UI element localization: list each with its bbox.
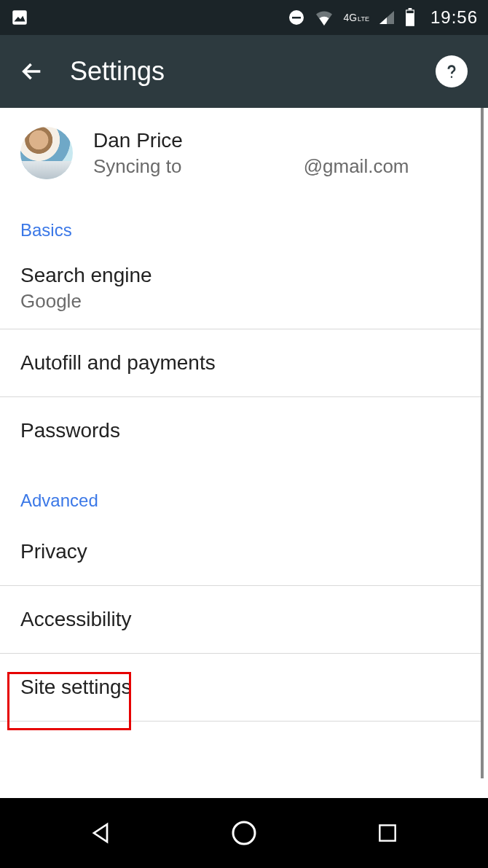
item-title: Search engine xyxy=(20,264,460,287)
nav-back-button[interactable] xyxy=(79,811,122,855)
item-title: Autofill and payments xyxy=(20,351,460,375)
dnd-icon xyxy=(288,9,305,26)
item-title: Site settings xyxy=(20,676,460,699)
page-title: Settings xyxy=(70,56,436,87)
account-row[interactable]: Dan Price Syncing to @gmail.com xyxy=(0,108,481,194)
avatar xyxy=(20,127,73,179)
android-nav-bar xyxy=(0,798,488,868)
item-site-settings[interactable]: Site settings xyxy=(0,654,481,721)
status-clock: 19:56 xyxy=(430,7,478,28)
section-header-advanced: Advanced xyxy=(0,464,481,518)
item-passwords[interactable]: Passwords xyxy=(0,397,481,464)
svg-rect-5 xyxy=(406,11,413,14)
app-bar: Settings xyxy=(0,35,488,108)
item-title: Privacy xyxy=(20,540,460,563)
svg-rect-0 xyxy=(12,10,27,25)
android-status-bar: 4GLTE 19:56 xyxy=(0,0,488,35)
back-button[interactable] xyxy=(15,54,50,89)
battery-icon xyxy=(404,8,416,27)
account-sync-status: Syncing to @gmail.com xyxy=(93,155,409,178)
nav-recent-button[interactable] xyxy=(366,811,409,855)
settings-list[interactable]: Dan Price Syncing to @gmail.com Basics S… xyxy=(0,108,484,778)
item-title: Accessibility xyxy=(20,608,460,631)
item-privacy[interactable]: Privacy xyxy=(0,518,481,585)
svg-rect-7 xyxy=(379,825,395,840)
svg-point-6 xyxy=(233,822,255,844)
help-button[interactable] xyxy=(436,55,468,87)
item-title: Passwords xyxy=(20,419,460,442)
picture-icon xyxy=(10,8,29,27)
nav-home-button[interactable] xyxy=(222,811,266,855)
svg-rect-2 xyxy=(292,17,301,19)
item-accessibility[interactable]: Accessibility xyxy=(0,586,481,653)
wifi-icon xyxy=(314,9,334,26)
item-autofill-payments[interactable]: Autofill and payments xyxy=(0,329,481,396)
item-search-engine[interactable]: Search engine Google xyxy=(0,248,481,329)
svg-rect-3 xyxy=(409,8,412,9)
signal-icon xyxy=(378,9,395,26)
account-name: Dan Price xyxy=(93,129,409,152)
section-header-basics: Basics xyxy=(0,194,481,248)
network-label: 4GLTE xyxy=(343,12,369,23)
item-subtitle: Google xyxy=(20,290,460,313)
divider xyxy=(0,721,481,722)
